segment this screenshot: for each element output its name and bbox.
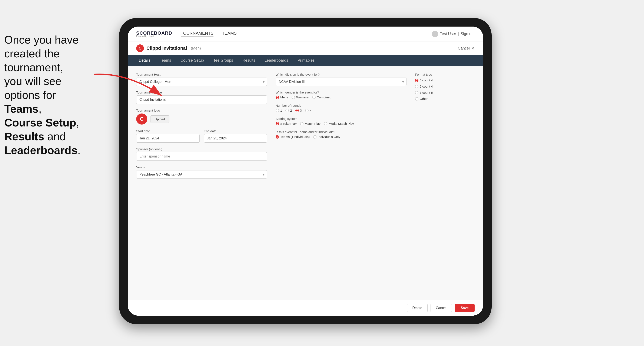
user-name: Test User	[440, 32, 456, 36]
breadcrumb-left: C Clippd Invitational (Men)	[136, 44, 201, 52]
nav-tournaments[interactable]: TOURNAMENTS	[181, 31, 214, 37]
end-date-input[interactable]	[204, 134, 267, 143]
scoring-stroke[interactable]: Stroke Play	[276, 122, 297, 125]
gender-womens-label: Womens	[296, 95, 309, 99]
sponsor-group: Sponsor (optional)	[136, 147, 267, 161]
tab-course-setup[interactable]: Course Setup	[176, 55, 208, 66]
user-avatar	[432, 31, 438, 37]
tab-bar: Details Teams Course Setup Tee Groups Re…	[128, 55, 483, 66]
gender-mens-radio	[276, 96, 279, 99]
scoring-match-radio	[300, 122, 304, 125]
venue-select-wrapper: Peachtree GC - Atlanta - GA ▾	[136, 170, 267, 178]
sign-out-link[interactable]: Sign out	[460, 32, 474, 36]
bold-course-setup: Course Setup	[4, 117, 76, 129]
format-6count4[interactable]: 6 count 4	[415, 85, 433, 88]
cancel-top-button[interactable]: Cancel ✕	[458, 46, 474, 51]
division-group: Which division is the event for? NCAA Di…	[276, 73, 406, 86]
tournament-icon: C	[136, 44, 144, 52]
sponsor-label: Sponsor (optional)	[136, 147, 267, 151]
tab-teams[interactable]: Teams	[155, 55, 176, 66]
venue-select[interactable]: Peachtree GC - Atlanta - GA	[136, 170, 267, 178]
gender-radio-group: Mens Womens Combined	[276, 95, 406, 99]
start-date-input[interactable]	[136, 134, 200, 143]
bold-teams: Teams	[4, 103, 38, 115]
logo-group: Tournament logo C Upload	[136, 109, 267, 125]
scoring-stroke-radio	[276, 122, 279, 125]
gender-womens[interactable]: Womens	[292, 95, 309, 99]
tournament-subtitle: (Men)	[191, 46, 201, 51]
format-5count4[interactable]: 5 count 4	[415, 78, 433, 82]
tablet-device: SCOREBOARD Powered by clippd TOURNAMENTS…	[119, 18, 492, 324]
rounds-group: Number of rounds 1 2	[276, 104, 406, 112]
rounds-3[interactable]: 3	[296, 109, 302, 112]
rounds-3-label: 3	[300, 109, 302, 112]
scoring-medal-match[interactable]: Medal Match Play	[324, 122, 354, 125]
top-nav: SCOREBOARD Powered by clippd TOURNAMENTS…	[128, 26, 483, 41]
instruction-text: Once you have created the tournament, yo…	[0, 33, 98, 157]
footer-bar: Delete Cancel Save	[128, 300, 483, 316]
individuals-only-label: Individuals Only	[318, 135, 340, 139]
venue-group: Venue Peachtree GC - Atlanta - GA ▾	[136, 165, 267, 178]
scoring-match[interactable]: Match Play	[300, 122, 320, 125]
rounds-4[interactable]: 4	[305, 109, 312, 112]
format-5count4-label: 5 count 4	[420, 78, 433, 82]
division-select-wrapper: NCAA Division III ▾	[276, 78, 406, 86]
save-button[interactable]: Save	[455, 304, 474, 312]
end-date-label: End date	[204, 129, 267, 133]
format-6count5[interactable]: 6 count 5	[415, 91, 433, 94]
scoring-stroke-label: Stroke Play	[280, 122, 297, 125]
nav-left: SCOREBOARD Powered by clippd TOURNAMENTS…	[136, 30, 237, 37]
gender-combined-radio	[312, 96, 316, 99]
individuals-only[interactable]: Individuals Only	[313, 135, 340, 139]
separator: |	[458, 32, 459, 36]
format-other-label: Other	[420, 97, 428, 101]
logo-area: SCOREBOARD Powered by clippd	[136, 30, 172, 37]
format-other[interactable]: Other	[415, 97, 428, 101]
logo-upload-area: C Upload	[136, 114, 267, 125]
scoring-group: Scoring system Stroke Play Match Play	[276, 117, 406, 125]
cancel-button[interactable]: Cancel	[430, 304, 452, 312]
tab-printables[interactable]: Printables	[293, 55, 319, 66]
gender-group: Which gender is the event for? Mens Wome…	[276, 91, 406, 99]
rounds-label: Number of rounds	[276, 104, 406, 107]
bold-results: Results	[4, 130, 44, 143]
teams-group: Is this event for Teams and/or Individua…	[276, 130, 406, 139]
gender-label: Which gender is the event for?	[276, 91, 406, 94]
format-6count5-radio	[415, 91, 418, 94]
tablet-screen: SCOREBOARD Powered by clippd TOURNAMENTS…	[128, 26, 483, 316]
tab-leaderboards[interactable]: Leaderboards	[260, 55, 293, 66]
rounds-3-radio	[296, 109, 299, 112]
rounds-1-label: 1	[280, 109, 282, 112]
gender-mens[interactable]: Mens	[276, 95, 288, 99]
nav-links: TOURNAMENTS TEAMS	[181, 31, 237, 37]
format-6count4-label: 6 count 4	[420, 85, 433, 88]
teams-label: Is this event for Teams and/or Individua…	[276, 130, 406, 134]
start-date-group: Start date	[136, 129, 200, 143]
tournament-title: Clippd Invitational	[146, 45, 187, 51]
gender-womens-radio	[292, 96, 295, 99]
tab-tee-groups[interactable]: Tee Groups	[208, 55, 238, 66]
rounds-1[interactable]: 1	[276, 109, 282, 112]
teams-plus-individuals[interactable]: Teams (+Individuals)	[276, 135, 310, 139]
tab-results[interactable]: Results	[238, 55, 260, 66]
upload-button[interactable]: Upload	[150, 115, 170, 123]
close-icon: ✕	[471, 46, 474, 51]
format-type-label: Format type	[415, 73, 474, 76]
start-date-label: Start date	[136, 129, 200, 133]
format-6count5-label: 6 count 5	[420, 91, 433, 94]
tab-details[interactable]: Details	[134, 55, 155, 66]
scoring-medal-match-label: Medal Match Play	[328, 122, 354, 125]
nav-teams[interactable]: TEAMS	[222, 31, 237, 37]
rounds-2[interactable]: 2	[286, 109, 292, 112]
end-date-group: End date	[204, 129, 267, 143]
rounds-4-label: 4	[310, 109, 312, 112]
scoring-label: Scoring system	[276, 117, 406, 121]
sponsor-input[interactable]	[136, 152, 267, 161]
rounds-1-radio	[276, 109, 279, 112]
gender-combined-label: Combined	[317, 95, 331, 99]
delete-button[interactable]: Delete	[407, 304, 428, 312]
gender-combined[interactable]: Combined	[312, 95, 331, 99]
arrow-indicator	[90, 70, 166, 108]
division-select[interactable]: NCAA Division III	[276, 78, 406, 86]
venue-label: Venue	[136, 165, 267, 169]
